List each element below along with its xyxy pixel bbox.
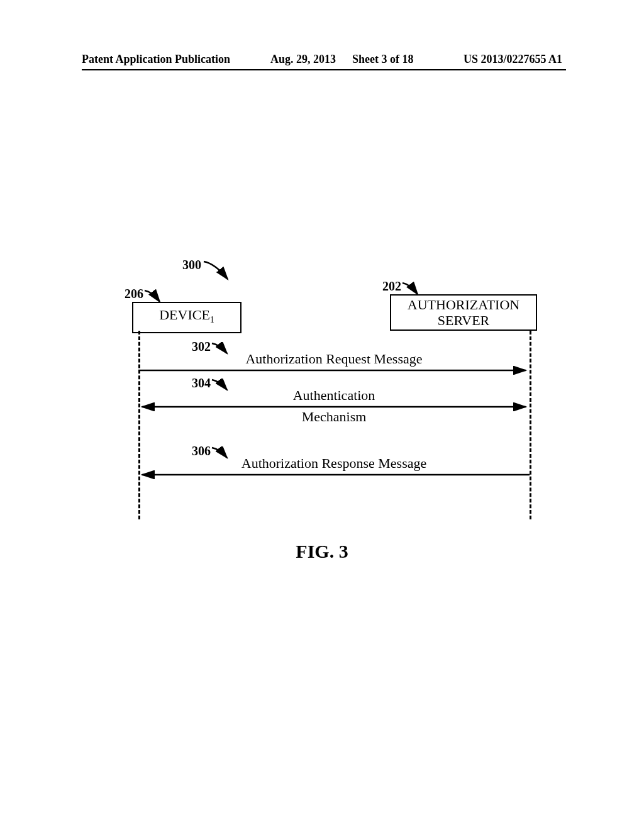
ref-300: 300 [182, 258, 201, 272]
arrow-left-icon [138, 470, 530, 479]
publication-date: Aug. 29, 2013 [270, 53, 336, 66]
page: Patent Application Publication Aug. 29, … [0, 0, 644, 830]
header-rule [82, 69, 566, 70]
ref-202: 202 [382, 279, 401, 294]
entity-device-name: DEVICE [159, 307, 210, 323]
arrow-right-icon [138, 366, 530, 375]
ref-206-text: 206 [125, 287, 143, 301]
message-304-label-top: Authentication [138, 387, 530, 404]
message-302-label: Authorization Request Message [138, 351, 530, 367]
publication-type: Patent Application Publication [82, 53, 230, 66]
ref-202-text: 202 [382, 279, 401, 293]
ref-206: 206 [125, 287, 143, 301]
entity-device: DEVICE1 [132, 302, 242, 333]
entity-device-subscript: 1 [210, 315, 214, 324]
sheet-number: Sheet 3 of 18 [352, 53, 414, 66]
message-306-label: Authorization Response Message [138, 455, 530, 472]
publication-number: US 2013/0227655 A1 [464, 53, 562, 66]
sequence-diagram: 300 206 202 DEVICE1 AUTHORIZATION [119, 264, 547, 528]
ref-300-text: 300 [182, 258, 201, 272]
figure-caption: FIG. 3 [0, 541, 644, 562]
message-304-label-bottom: Mechanism [138, 409, 530, 425]
leader-arrow-icon [203, 260, 234, 285]
lifeline-server [530, 331, 531, 519]
entity-server-line2: SERVER [438, 313, 490, 328]
entity-authorization-server: AUTHORIZATION SERVER [390, 294, 537, 331]
entity-server-line1: AUTHORIZATION [408, 297, 519, 313]
